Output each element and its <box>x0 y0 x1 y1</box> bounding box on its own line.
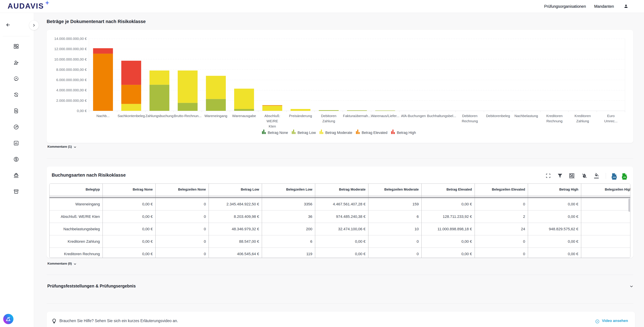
svg-text:Betrag Elevated: Betrag Elevated <box>362 131 388 135</box>
svg-text:Kreditoren: Kreditoren <box>574 114 591 118</box>
svg-text:0,00 €: 0,00 € <box>77 109 87 113</box>
svg-text:Betrag Low: Betrag Low <box>298 131 316 135</box>
svg-text:6.000.000.000,00 €: 6.000.000.000,00 € <box>56 78 87 82</box>
svg-text:Zahlungsbuchung: Zahlungsbuchung <box>145 114 174 118</box>
svg-text:Rechnung: Rechnung <box>546 119 562 123</box>
svg-text:4.000.000.000,00 €: 4.000.000.000,00 € <box>56 88 87 92</box>
svg-text:10.000.000.000,00 €: 10.000.000.000,00 € <box>54 57 87 61</box>
svg-text:Kreditoren: Kreditoren <box>546 114 563 118</box>
svg-text:.csv: .csv <box>612 176 616 178</box>
svg-text:Euro: Euro <box>607 114 614 118</box>
svg-text:Betrag Moderate: Betrag Moderate <box>325 131 352 135</box>
svg-text:Wareneingang: Wareneingang <box>204 114 227 118</box>
svg-text:Debitoren: Debitoren <box>321 114 336 118</box>
svg-text:Fakturaübernah...: Fakturaübernah... <box>343 114 371 118</box>
svg-text:Umrec...: Umrec... <box>604 119 618 123</box>
svg-text:12.000.000.000,00 €: 12.000.000.000,00 € <box>54 47 87 51</box>
svg-text:Brutto-Rechnun...: Brutto-Rechnun... <box>174 114 202 118</box>
svg-text:WE/RE: WE/RE <box>266 119 278 123</box>
svg-text:Debitoren: Debitoren <box>462 114 478 118</box>
svg-text:Kten: Kten <box>269 124 276 128</box>
svg-text:Zahlung: Zahlung <box>576 119 589 123</box>
svg-text:2.000.000.000,00 €: 2.000.000.000,00 € <box>56 99 87 102</box>
svg-text:Betrag None: Betrag None <box>268 131 288 135</box>
svg-text:Preisänderung: Preisänderung <box>289 114 312 118</box>
svg-text:Nachbelastung: Nachbelastung <box>514 114 538 118</box>
svg-text:Warenausgabe: Warenausgabe <box>232 114 256 118</box>
svg-text:Nachb...: Nachb... <box>96 114 110 118</box>
svg-text:Buchhaltungsbel...: Buchhaltungsbel... <box>427 114 456 118</box>
svg-text:Warenaus/Liefer...: Warenaus/Liefer... <box>371 114 400 118</box>
svg-text:8.000.000.000,00 €: 8.000.000.000,00 € <box>56 68 87 71</box>
svg-text:Debitorenbeleg: Debitorenbeleg <box>486 114 510 118</box>
svg-text:.xls: .xls <box>623 176 626 178</box>
svg-text:Zahlung: Zahlung <box>322 119 335 123</box>
svg-text:Betrag High: Betrag High <box>397 131 416 135</box>
svg-text:Rechnung: Rechnung <box>462 119 478 123</box>
svg-text:AfA-Buchungen: AfA-Buchungen <box>401 114 426 118</box>
svg-text:Sachkontenbeleg: Sachkontenbeleg <box>118 114 145 118</box>
svg-text:14.000.000.000,00 €: 14.000.000.000,00 € <box>54 37 87 40</box>
svg-text:Abschluß:: Abschluß: <box>264 114 280 118</box>
